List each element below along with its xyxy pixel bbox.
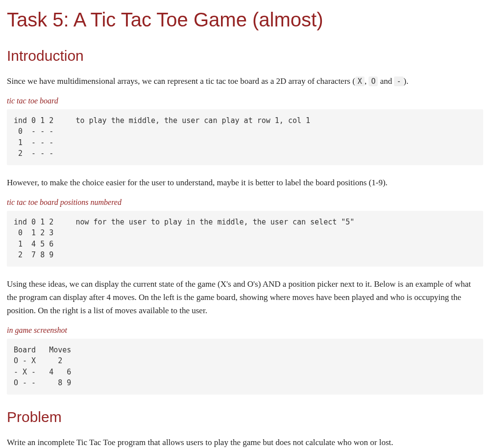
code-block-positions: ind 0 1 2 now for the user to play in th… bbox=[7, 211, 483, 267]
intro-paragraph-2: However, to make the choice easier for t… bbox=[7, 176, 483, 189]
section-heading-problem: Problem bbox=[7, 405, 483, 429]
code-block-ingame: Board Moves O - X 2 - X - 4 6 O - - 8 9 bbox=[7, 339, 483, 395]
inline-code-x: X bbox=[355, 76, 365, 86]
text-fragment: ). bbox=[404, 76, 409, 86]
inline-code-dash: - bbox=[394, 76, 403, 86]
code-block-board: ind 0 1 2 to play the middle, the user c… bbox=[7, 109, 483, 165]
intro-paragraph-1: Since we have multidimensional arrays, w… bbox=[7, 75, 483, 88]
listing-caption-positions: tic tac toe board positions numbered bbox=[7, 196, 483, 209]
section-heading-introduction: Introduction bbox=[7, 44, 483, 68]
text-fragment: and bbox=[378, 76, 394, 86]
text-fragment: Since we have multidimensional arrays, w… bbox=[7, 76, 355, 86]
problem-paragraph-1: Write an incomplete Tic Tac Toe program … bbox=[7, 436, 483, 448]
intro-paragraph-3: Using these ideas, we can display the cu… bbox=[7, 277, 483, 318]
page-title: Task 5: A Tic Tac Toe Game (almost) bbox=[7, 7, 483, 32]
listing-caption-board: tic tac toe board bbox=[7, 95, 483, 107]
listing-caption-ingame: in game screenshot bbox=[7, 324, 483, 337]
inline-code-o: O bbox=[368, 76, 378, 86]
